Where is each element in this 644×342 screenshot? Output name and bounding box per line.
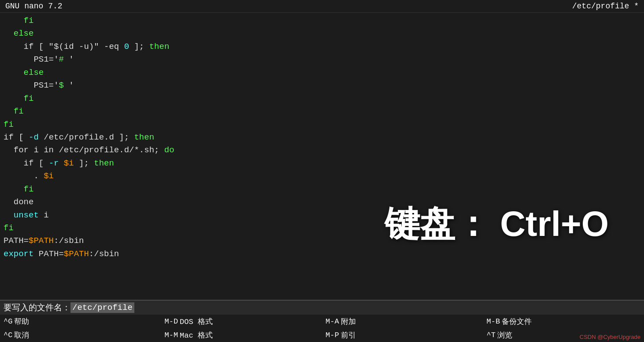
shortcut-label: 浏览 xyxy=(497,330,512,340)
title-bar: GNU nano 7.2 /etc/profile * xyxy=(0,0,644,13)
shortcut-key: M-A xyxy=(326,317,339,326)
terminal-window: GNU nano 7.2 /etc/profile * fi else if [… xyxy=(0,0,644,342)
shortcut-label: 取消 xyxy=(14,330,29,340)
code-line: if [ -d /etc/profile.d ]; then xyxy=(0,131,644,144)
code-line: for i in /etc/profile.d/*.sh; do xyxy=(0,144,644,157)
shortcut-key: ^T xyxy=(487,331,496,339)
file-name: /etc/profile * xyxy=(572,2,639,11)
shortcut-item[interactable]: M-B 备份文件 xyxy=(483,315,644,328)
shortcut-item[interactable]: M-M Mac 格式 xyxy=(161,328,322,342)
shortcut-key: M-M xyxy=(165,331,178,339)
code-line: fi xyxy=(0,15,644,27)
code-line: else xyxy=(0,27,644,40)
shortcut-label: 前引 xyxy=(341,330,356,340)
shortcut-label: 备份文件 xyxy=(502,316,532,327)
code-line: PS1='# ' xyxy=(0,53,644,66)
csdn-badge: CSDN @CyberUpgrade xyxy=(580,334,640,340)
shortcut-item[interactable]: M-A 附加 xyxy=(322,315,483,328)
file-input-value[interactable]: /etc/profile xyxy=(70,302,134,313)
shortcut-label: 帮助 xyxy=(14,316,29,327)
file-prompt-bar: 要写入的文件名： /etc/profile xyxy=(0,301,644,315)
shortcut-item[interactable]: ^C 取消 xyxy=(0,328,161,342)
code-line: else xyxy=(0,66,644,79)
code-line: if [ -r $i ]; then xyxy=(0,157,644,170)
app-name: GNU nano 7.2 xyxy=(5,2,63,11)
shortcut-label: DOS 格式 xyxy=(180,316,213,327)
code-line: fi xyxy=(0,118,644,131)
shortcut-label: 附加 xyxy=(341,316,356,327)
shortcut-label: Mac 格式 xyxy=(180,330,213,340)
shortcut-item[interactable]: ^G 帮助 xyxy=(0,315,161,328)
code-line: PS1='$ ' xyxy=(0,79,644,92)
file-prompt-label: 要写入的文件名： xyxy=(4,302,70,313)
code-line: if [ "$(id -u)" -eq 0 ]; then xyxy=(0,40,644,53)
code-line: . $i xyxy=(0,170,644,183)
overlay-shortcut-text: 键盘： Ctrl+O xyxy=(385,197,609,251)
shortcut-key: M-P xyxy=(326,331,339,339)
code-line: fi xyxy=(0,105,644,118)
shortcut-item[interactable]: M-D DOS 格式 xyxy=(161,315,322,328)
code-line: fi xyxy=(0,92,644,105)
shortcut-key: ^G xyxy=(4,317,12,326)
shortcut-key: ^C xyxy=(4,331,12,339)
code-line: fi xyxy=(0,183,644,196)
code-area: fi else if [ "$(id -u)" -eq 0 ]; then PS… xyxy=(0,13,644,300)
shortcut-key: M-D xyxy=(165,317,178,326)
shortcut-item[interactable]: M-P 前引 xyxy=(322,328,483,342)
status-bar: 要写入的文件名： /etc/profile ^G 帮助M-D DOS 格式M-A… xyxy=(0,300,644,342)
shortcuts-bar: ^G 帮助M-D DOS 格式M-A 附加M-B 备份文件^C 取消M-M Ma… xyxy=(0,315,644,342)
shortcut-key: M-B xyxy=(487,317,500,326)
